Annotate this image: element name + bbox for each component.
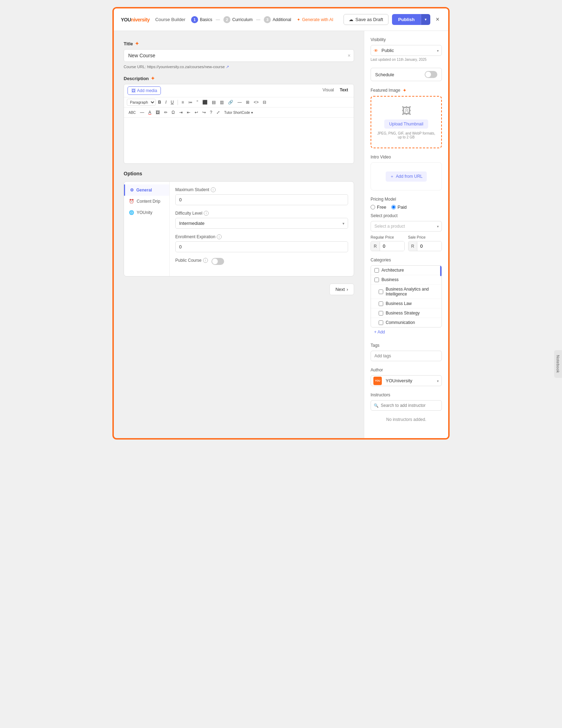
select-product-select[interactable]: Select a product: [371, 221, 442, 232]
close-button[interactable]: ×: [434, 14, 441, 25]
more-button[interactable]: ⊞: [244, 99, 251, 106]
cat-business-law-checkbox[interactable]: [379, 301, 383, 306]
tab-visual[interactable]: Visual: [320, 87, 336, 93]
cat-architecture-checkbox[interactable]: [374, 268, 379, 273]
omega-button[interactable]: Ω: [170, 109, 177, 116]
tab-general[interactable]: ⚙ General: [124, 184, 169, 196]
tags-input[interactable]: [371, 351, 442, 361]
options-wrap: ⚙ General ⏰ Content Drip 🌐 YOUnity: [124, 181, 354, 277]
cat-business-analytics-label: Business Analytics and Intelligence: [386, 287, 438, 297]
italic-button[interactable]: I: [164, 99, 168, 106]
options-section: Options ⚙ General ⏰ Content Drip 🌐: [124, 171, 354, 277]
visibility-select[interactable]: Public Private: [371, 45, 442, 56]
align-right-button[interactable]: ▥: [218, 99, 226, 106]
abc-button[interactable]: ABC: [127, 110, 138, 116]
edit-link-button[interactable]: ✏: [162, 109, 169, 116]
difficulty-select[interactable]: Intermediate Beginner Advanced: [175, 218, 348, 229]
publish-dropdown-button[interactable]: ▾: [421, 14, 430, 25]
pricing-free-label[interactable]: Free: [371, 204, 386, 210]
cat-business-strategy-checkbox[interactable]: [379, 311, 383, 316]
step-sep-2: —: [256, 17, 260, 22]
step-1-label: Basics: [200, 17, 212, 22]
code-button[interactable]: <>: [252, 99, 260, 106]
top-bar: YOUniversity Course Builder 1 Basics — 2…: [114, 8, 448, 31]
add-category-button[interactable]: + Add: [371, 327, 388, 337]
generate-ai-button[interactable]: ✦ Generate with AI: [293, 15, 337, 24]
next-arrow-icon: ›: [347, 287, 348, 292]
fullscreen-button[interactable]: ⤢: [215, 109, 222, 116]
generate-ai-label: Generate with AI: [302, 17, 333, 22]
no-instructors-text: No instructors added.: [371, 414, 442, 425]
schedule-label: Schedule: [375, 72, 394, 77]
toolbar-row-1: Paragraph B I U | ≡ ≔ " ⬛ ▤ ▥ 🔗 —: [124, 97, 354, 108]
editor-body[interactable]: [124, 118, 354, 163]
add-from-url-button[interactable]: ＋ Add from URL: [386, 171, 427, 182]
schedule-toggle[interactable]: [425, 71, 437, 78]
next-button[interactable]: Next ›: [329, 284, 354, 295]
desc-ai-icon: ✦: [151, 76, 155, 81]
sale-price-input[interactable]: [417, 241, 442, 251]
options-tabs: ⚙ General ⏰ Content Drip 🌐 YOUnity: [124, 182, 170, 276]
title-input[interactable]: [124, 49, 354, 62]
enrollment-group: Enrollment Expiration i: [175, 234, 348, 252]
redo-button[interactable]: ↪: [201, 109, 208, 116]
public-course-toggle-row: Public Course i: [175, 258, 348, 265]
help-button[interactable]: ?: [208, 109, 214, 116]
pricing-paid-radio[interactable]: [391, 205, 396, 209]
undo-button[interactable]: ↩: [193, 109, 200, 116]
indent-button[interactable]: ⇥: [177, 109, 184, 116]
publish-button[interactable]: Publish: [392, 14, 421, 25]
regular-price-input[interactable]: [380, 241, 404, 251]
horizontal-rule-button[interactable]: —: [236, 99, 243, 106]
save-draft-button[interactable]: ☁ Save as Draft: [344, 14, 388, 25]
tab-content-drip[interactable]: ⏰ Content Drip: [124, 196, 169, 207]
tab-text[interactable]: Text: [338, 87, 350, 93]
pricing-paid-label[interactable]: Paid: [391, 204, 407, 210]
paragraph-select[interactable]: Paragraph: [127, 99, 156, 106]
main-content: Title ✦ × Course URL: https://youniversi…: [114, 31, 448, 438]
add-media-button[interactable]: 🖼 Add media: [128, 86, 161, 95]
title-label: Title ✦: [124, 41, 354, 46]
schedule-section: Schedule: [371, 68, 442, 81]
cat-business-strategy-label: Business Strategy: [386, 311, 420, 316]
difficulty-label: Difficulty Level i: [175, 211, 348, 216]
price-row: Regular Price R Sale Price R: [371, 235, 442, 251]
left-panel: Title ✦ × Course URL: https://youniversi…: [114, 31, 364, 438]
step-3[interactable]: 3 Additional: [264, 16, 291, 23]
blockquote-button[interactable]: ": [195, 99, 200, 106]
ordered-list-button[interactable]: ≔: [187, 99, 194, 106]
description-label: Description ✦: [124, 76, 354, 81]
pricing-free-radio[interactable]: [371, 205, 375, 209]
upload-thumbnail-button[interactable]: Upload Thumbnail: [384, 119, 428, 129]
bold-button[interactable]: B: [156, 99, 163, 106]
underline-button[interactable]: U: [169, 99, 176, 106]
notebook-tab[interactable]: Notebook: [554, 350, 562, 378]
step-1[interactable]: 1 Basics: [191, 16, 212, 23]
public-course-label: Public Course i: [175, 258, 208, 263]
align-center-button[interactable]: ▤: [210, 99, 217, 106]
step-2[interactable]: 2 Curriculum: [223, 16, 253, 23]
max-student-input[interactable]: [175, 194, 348, 205]
instructor-search-input[interactable]: [371, 400, 442, 411]
outdent-button[interactable]: ⇤: [185, 109, 192, 116]
enrollment-input[interactable]: [175, 241, 348, 252]
cat-business-analytics-checkbox[interactable]: [379, 290, 383, 294]
cat-business-checkbox[interactable]: [374, 278, 379, 282]
image-upload-button[interactable]: 🖼: [154, 109, 162, 116]
table-button[interactable]: ⊟: [261, 99, 268, 106]
shortcode-button[interactable]: Tutor ShortCode ▾: [222, 110, 254, 116]
unordered-list-button[interactable]: ≡: [180, 99, 186, 106]
link-button[interactable]: 🔗: [226, 99, 235, 106]
cat-business-strategy: Business Strategy: [371, 308, 442, 318]
dash-button[interactable]: —: [138, 109, 146, 116]
text-color-button[interactable]: A: [147, 109, 153, 116]
cat-business-law-label: Business Law: [386, 301, 412, 306]
regular-price-currency: R: [371, 242, 380, 251]
title-clear-button[interactable]: ×: [348, 53, 351, 58]
public-course-toggle[interactable]: [211, 258, 224, 265]
categories-label: Categories: [371, 258, 442, 262]
align-left-button[interactable]: ⬛: [201, 99, 209, 106]
categories-scroll-indicator: [440, 266, 442, 276]
cat-communication-checkbox[interactable]: [379, 320, 383, 325]
tab-youunity[interactable]: 🌐 YOUnity: [124, 207, 169, 218]
